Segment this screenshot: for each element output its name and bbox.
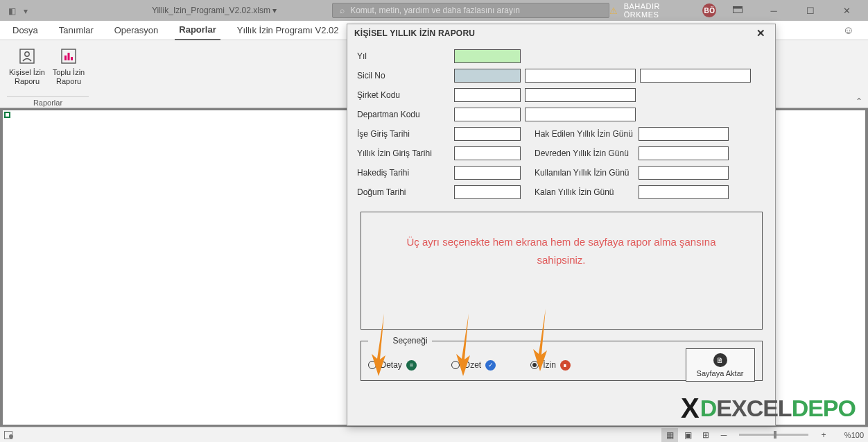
person-report-icon bbox=[17, 46, 37, 67]
option-legend: S…ü Seçeneği bbox=[368, 336, 432, 346]
logo-text-2: DEPO bbox=[792, 395, 856, 422]
zoom-out-button[interactable]: ─ bbox=[715, 428, 732, 442]
zoom-in-button[interactable]: + bbox=[815, 428, 832, 442]
user-avatar[interactable]: BÖ bbox=[702, 3, 716, 17]
kisisel-izin-raporu-button[interactable]: Kişisel İzin Raporu bbox=[7, 44, 47, 87]
dialog-close-button[interactable]: ✕ bbox=[754, 27, 768, 40]
logo-text-1: EXCEL bbox=[716, 395, 791, 422]
ribbon-display-button[interactable] bbox=[722, 0, 753, 21]
macro-record-icon[interactable] bbox=[4, 431, 14, 439]
input-kullanilan[interactable] bbox=[639, 166, 729, 180]
info-text: Üç ayrı seçenekte hem ekrana hem de sayf… bbox=[402, 233, 721, 269]
warning-icon[interactable]: ⚠ bbox=[609, 6, 618, 16]
tab-dosya[interactable]: Dosya bbox=[8, 22, 42, 40]
logo-x: X bbox=[681, 393, 699, 424]
logo-d: D bbox=[700, 395, 717, 422]
svg-rect-7 bbox=[71, 57, 73, 60]
report-dialog: KİŞİSEL YILLIK İZİN RAPORU ✕ Yıl Sicil N… bbox=[347, 24, 776, 426]
label-sirket: Şirket Kodu bbox=[357, 90, 454, 100]
file-name[interactable]: Yillik_Izin_Programi_V2.02.xlsm ▾ bbox=[103, 6, 325, 15]
view-normal-button[interactable]: ▦ bbox=[661, 428, 678, 442]
label-hakedis: Hakediş Tarihi bbox=[357, 168, 454, 178]
input-hakedis[interactable] bbox=[454, 166, 521, 180]
view-pagebreak-button[interactable]: ⊞ bbox=[697, 428, 714, 442]
zoom-slider[interactable] bbox=[739, 434, 808, 436]
input-sicil[interactable] bbox=[454, 69, 521, 83]
input-sicil-3[interactable] bbox=[640, 69, 751, 83]
maximize-button[interactable]: ☐ bbox=[795, 0, 826, 21]
label-dogum: Doğum Tarihi bbox=[357, 187, 454, 197]
btn-label: Raporu bbox=[56, 77, 81, 86]
feedback-icon[interactable]: ☺ bbox=[843, 24, 854, 40]
svg-rect-1 bbox=[733, 7, 742, 9]
radio-ozet[interactable]: Özet✓ bbox=[451, 360, 496, 371]
search-input[interactable] bbox=[350, 6, 602, 15]
input-yil[interactable] bbox=[454, 49, 521, 63]
radio-detay[interactable]: Detay≡ bbox=[368, 360, 417, 371]
input-hak-edilen[interactable] bbox=[639, 127, 729, 141]
btn-label: Kişisel İzin bbox=[9, 68, 45, 77]
svg-rect-6 bbox=[68, 53, 70, 60]
user-name: BAHADIR ÖRKMES bbox=[624, 2, 697, 19]
dialog-title: KİŞİSEL YILLIK İZİN RAPORU bbox=[354, 28, 475, 38]
input-departman[interactable] bbox=[454, 108, 521, 121]
radio-izin[interactable]: İzin∎ bbox=[530, 360, 571, 371]
input-dogum[interactable] bbox=[454, 185, 521, 199]
svg-point-3 bbox=[25, 52, 29, 56]
label-sicil: Sicil No bbox=[357, 71, 454, 80]
user-area: ⚠ BAHADIR ÖRKMES BÖ ─ ☐ ✕ bbox=[609, 0, 868, 21]
view-option-group: S…ü Seçeneği Detay≡ Özet✓ İzin∎ 🗎 Sayfay… bbox=[361, 341, 763, 381]
info-box: Üç ayrı seçenekte hem ekrana hem de sayf… bbox=[361, 212, 763, 330]
brand-logo: X D EXCEL DEPO bbox=[681, 393, 856, 424]
view-pagelayout-button[interactable]: ▣ bbox=[679, 428, 696, 442]
izin-icon: ∎ bbox=[560, 360, 571, 371]
detay-icon: ≡ bbox=[406, 360, 417, 371]
ribbon-group-raporlar: Kişisel İzin Raporu Toplu İzin Raporu Ra… bbox=[7, 44, 89, 107]
zoom-level[interactable]: %100 bbox=[833, 431, 864, 439]
label-departman: Departman Kodu bbox=[357, 110, 454, 119]
tab-program[interactable]: Yıllık İzin Programı V2.02 bbox=[233, 22, 343, 40]
tab-operasyon[interactable]: Operasyon bbox=[110, 22, 163, 40]
export-button[interactable]: 🗎 Sayfaya Aktar bbox=[686, 348, 755, 382]
ribbon-group-label: Raporlar bbox=[7, 96, 89, 107]
active-cell-marker bbox=[4, 112, 10, 118]
search-box[interactable]: ⌕ bbox=[332, 3, 609, 18]
label-devreden: Devreden Yıllık İzin Günü bbox=[521, 148, 639, 158]
btn-label: Toplu İzin bbox=[53, 68, 85, 77]
minimize-button[interactable]: ─ bbox=[758, 0, 790, 21]
toplu-izin-raporu-button[interactable]: Toplu İzin Raporu bbox=[49, 44, 89, 87]
label-hak-edilen: Hak Edilen Yıllık İzin Günü bbox=[521, 129, 639, 139]
search-icon: ⌕ bbox=[340, 6, 345, 15]
input-sirket[interactable] bbox=[454, 88, 521, 102]
input-yillik-giris[interactable] bbox=[454, 146, 521, 160]
input-ise-giris[interactable] bbox=[454, 127, 521, 141]
svg-rect-5 bbox=[64, 56, 67, 60]
input-sicil-2[interactable] bbox=[525, 69, 636, 83]
input-sirket-2[interactable] bbox=[525, 88, 636, 102]
label-kullanilan: Kullanılan Yıllık İzin Günü bbox=[521, 168, 639, 178]
bulk-report-icon bbox=[58, 46, 79, 67]
status-bar: ▦ ▣ ⊞ ─ + %100 bbox=[0, 427, 868, 442]
collapse-ribbon-icon[interactable]: ⌃ bbox=[856, 96, 862, 106]
ozet-icon: ✓ bbox=[485, 360, 496, 371]
autosave-icon: ◧ bbox=[8, 6, 17, 15]
btn-label: Raporu bbox=[15, 77, 40, 86]
label-ise-giris: İşe Giriş Tarihi bbox=[357, 129, 454, 139]
input-kalan[interactable] bbox=[639, 185, 729, 199]
input-devreden[interactable] bbox=[639, 146, 729, 160]
svg-point-9 bbox=[9, 434, 13, 439]
dropdown-icon[interactable]: ▾ bbox=[24, 6, 32, 15]
label-kalan: Kalan Yıllık İzin Günü bbox=[521, 187, 639, 197]
label-yil: Yıl bbox=[357, 51, 454, 61]
export-icon: 🗎 bbox=[713, 353, 727, 367]
close-button[interactable]: ✕ bbox=[831, 0, 862, 21]
title-bar: ◧ ▾ Yillik_Izin_Programi_V2.02.xlsm ▾ ⌕ … bbox=[0, 0, 868, 21]
tab-raporlar[interactable]: Raporlar bbox=[175, 22, 220, 40]
tab-tanimlar[interactable]: Tanımlar bbox=[55, 22, 98, 40]
input-departman-2[interactable] bbox=[525, 108, 636, 121]
quick-access: ◧ ▾ bbox=[0, 6, 103, 15]
label-yillik-giris: Yıllık İzin Giriş Tarihi bbox=[357, 148, 454, 158]
dialog-titlebar[interactable]: KİŞİSEL YILLIK İZİN RAPORU ✕ bbox=[347, 24, 775, 42]
